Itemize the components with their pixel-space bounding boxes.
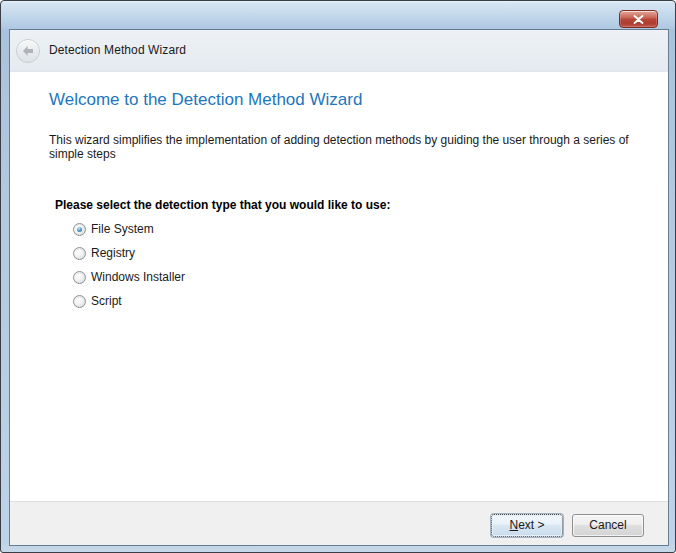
radio-button-icon[interactable]: [73, 295, 86, 308]
back-button[interactable]: [16, 39, 40, 63]
radio-button-icon[interactable]: [73, 271, 86, 284]
detection-type-radio-group: File System Registry Windows Installer S…: [73, 222, 185, 318]
radio-option-windows-installer[interactable]: Windows Installer: [73, 270, 185, 284]
radio-option-registry[interactable]: Registry: [73, 246, 185, 260]
radio-option-label[interactable]: Windows Installer: [91, 270, 185, 284]
wizard-title: Detection Method Wizard: [49, 43, 186, 57]
wizard-content: Welcome to the Detection Method Wizard T…: [10, 72, 668, 501]
radio-option-label[interactable]: Registry: [91, 246, 135, 260]
detection-type-prompt: Please select the detection type that yo…: [55, 198, 390, 212]
next-button[interactable]: Next >: [491, 514, 563, 537]
radio-option-script[interactable]: Script: [73, 294, 185, 308]
wizard-window: Detection Method Wizard Welcome to the D…: [0, 0, 676, 553]
next-button-label-rest: ext >: [518, 518, 544, 532]
wizard-client-area: Detection Method Wizard Welcome to the D…: [9, 29, 669, 546]
radio-option-label[interactable]: File System: [91, 222, 154, 236]
back-arrow-icon: [21, 45, 35, 57]
close-icon: [633, 15, 644, 24]
wizard-nav-header: Detection Method Wizard: [10, 30, 668, 72]
cancel-button[interactable]: Cancel: [572, 514, 644, 537]
radio-option-label[interactable]: Script: [91, 294, 122, 308]
radio-button-icon[interactable]: [73, 247, 86, 260]
radio-button-icon[interactable]: [73, 223, 86, 236]
next-button-accesskey: N: [509, 518, 518, 532]
close-button[interactable]: [619, 10, 658, 28]
wizard-footer: Next > Cancel: [10, 501, 668, 545]
radio-option-file-system[interactable]: File System: [73, 222, 185, 236]
welcome-heading: Welcome to the Detection Method Wizard: [49, 90, 362, 110]
wizard-description: This wizard simplifies the implementatio…: [49, 133, 649, 161]
